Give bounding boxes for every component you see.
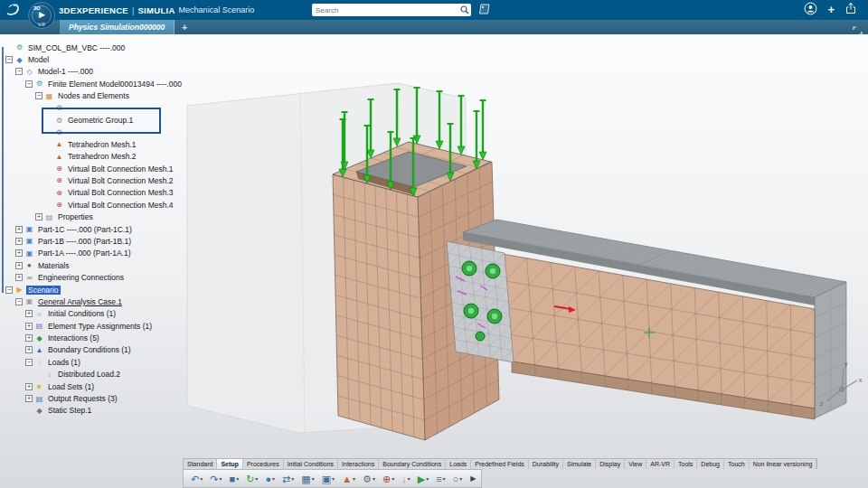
- tree-item-interactions-5[interactable]: +◆Interactions (5): [0, 332, 215, 343]
- tree-item-loads-1[interactable]: −↓Loads (1): [0, 356, 215, 368]
- table-button[interactable]: ▦▾: [298, 474, 316, 484]
- ribbon-tab-interactions[interactable]: Interactions: [338, 459, 379, 469]
- plus-expander[interactable]: +: [15, 226, 23, 233]
- minus-expander[interactable]: −: [25, 80, 33, 88]
- tree-item-static-step-1[interactable]: ◆Static Step.1: [0, 405, 215, 417]
- dropdown-chevron-icon[interactable]: ▾: [408, 475, 410, 482]
- tree-item-initial-conditions-1[interactable]: +○Initial Conditions (1): [0, 308, 215, 320]
- connections-button[interactable]: ⊕▾: [380, 474, 397, 484]
- tree-item-model-1-000[interactable]: −◇Model-1 ----.000: [0, 66, 215, 78]
- tree-item-model[interactable]: −◆Model: [0, 53, 215, 65]
- ribbon-tab-touch[interactable]: Touch: [724, 459, 750, 469]
- plus-expander[interactable]: +: [25, 346, 33, 353]
- dropdown-chevron-icon[interactable]: ▾: [219, 475, 222, 482]
- tree-item-general-analysis-case-1[interactable]: −▣General Analysis Case.1: [0, 296, 215, 307]
- ribbon-tab-predefined-fields[interactable]: Predefined Fields: [471, 459, 528, 469]
- view-button[interactable]: ○▾: [450, 474, 466, 484]
- share-icon[interactable]: [844, 2, 857, 18]
- tree-item-geometric-group-1[interactable]: ⚙Geometric Group.1: [0, 114, 215, 126]
- search-box[interactable]: [312, 4, 471, 16]
- dropdown-chevron-icon[interactable]: ▾: [272, 475, 275, 482]
- 3ds-logo-icon[interactable]: [5, 3, 23, 17]
- dropdown-chevron-icon[interactable]: ▾: [426, 475, 429, 482]
- ribbon-tab-tools[interactable]: Tools: [675, 459, 697, 469]
- plus-expander[interactable]: +: [25, 334, 33, 342]
- tab-physics-simulation[interactable]: Physics Simulation000000: [60, 20, 175, 34]
- tree-item[interactable]: ⚙: [0, 102, 215, 114]
- plus-expander[interactable]: +: [15, 262, 23, 269]
- tree-item-engineering-connections[interactable]: +∞Engineering Connections: [0, 271, 215, 283]
- dropdown-chevron-icon[interactable]: ▾: [353, 475, 355, 482]
- dropdown-chevron-icon[interactable]: ▾: [312, 475, 315, 482]
- simulate-button[interactable]: ▶▾: [415, 474, 431, 484]
- user-icon[interactable]: [804, 2, 817, 19]
- fields-button[interactable]: ≡▾: [433, 474, 448, 484]
- maximize-icon[interactable]: [853, 23, 863, 39]
- tree-item-virtual-bolt-connection-mesh-3[interactable]: ⊕Virtual Bolt Connection Mesh.3: [0, 187, 215, 199]
- redo-button[interactable]: ↷▾: [207, 474, 224, 484]
- tree-item-output-requests-3[interactable]: +▤Output Requests (3): [0, 392, 215, 404]
- refresh-button[interactable]: ↻▾: [243, 474, 260, 484]
- ribbon-tab-simulate[interactable]: Simulate: [563, 459, 596, 469]
- share-button[interactable]: ●▾: [262, 474, 278, 484]
- dropdown-chevron-icon[interactable]: ▾: [332, 475, 335, 482]
- tree-item-properties[interactable]: +▤Properties: [0, 211, 215, 222]
- ribbon-tab-loads[interactable]: Loads: [446, 459, 471, 469]
- dropdown-chevron-icon[interactable]: ▾: [291, 475, 294, 482]
- plus-expander[interactable]: +: [15, 274, 23, 281]
- tree-item-tetrahedron-mesh-2[interactable]: ▲Tetrahedron Mesh.2: [0, 151, 215, 163]
- tree-item-boundary-conditions-1[interactable]: +▲Boundary Conditions (1): [0, 344, 215, 356]
- minus-expander[interactable]: −: [5, 286, 13, 294]
- plus-expander[interactable]: +: [25, 323, 33, 330]
- add-content-icon[interactable]: +: [827, 4, 835, 16]
- plus-expander[interactable]: +: [25, 383, 33, 390]
- compass-play-icon[interactable]: ▶: [39, 10, 45, 19]
- properties-button[interactable]: ⚙▾: [360, 474, 378, 484]
- tree-item-part-1a-000-part-1a-1[interactable]: +▣Part-1A ----.000 (Part-1A.1): [0, 248, 215, 259]
- search-input[interactable]: [314, 5, 460, 15]
- toolbar-overflow-button[interactable]: ▶: [470, 474, 476, 483]
- ribbon-tab-durability[interactable]: Durability: [529, 459, 563, 469]
- save-button[interactable]: ■▾: [226, 474, 241, 484]
- tree-item-nodes-and-elements[interactable]: −▦Nodes and Elements: [0, 90, 215, 102]
- tree-item-element-type-assignments-1[interactable]: +▤Element Type Assignments (1): [0, 320, 215, 332]
- plus-expander[interactable]: +: [15, 249, 23, 257]
- dropdown-chevron-icon[interactable]: ▾: [255, 475, 258, 482]
- ribbon-tab-boundary-conditions[interactable]: Boundary Conditions: [379, 459, 446, 469]
- ribbon-tab-view[interactable]: View: [625, 459, 646, 469]
- minus-expander[interactable]: −: [25, 359, 33, 366]
- minus-expander[interactable]: −: [15, 68, 23, 75]
- ribbon-tab-standard[interactable]: Standard: [184, 459, 217, 469]
- tree-item-virtual-bolt-connection-mesh-4[interactable]: ⊕Virtual Bolt Connection Mesh.4: [0, 199, 215, 211]
- 3dexperience-compass[interactable]: 3D ▶ V.R: [28, 2, 55, 29]
- tree-item-materials[interactable]: +●Materials: [0, 259, 215, 271]
- tree-item-tetrahedron-mesh-1[interactable]: ▲Tetrahedron Mesh.1: [0, 138, 215, 150]
- tree-item-part-1b-000-part-1b-1[interactable]: +▣Part-1B ----.000 (Part-1B.1): [0, 235, 215, 247]
- tree-item-part-1c-000-part-1c-1[interactable]: +▣Part-1C ----.000 (Part-1C.1): [0, 223, 215, 235]
- minus-expander[interactable]: −: [35, 92, 42, 99]
- ribbon-tab-debug[interactable]: Debug: [697, 459, 724, 469]
- dropdown-chevron-icon[interactable]: ▾: [236, 475, 239, 482]
- tree-item-scenario[interactable]: −▶Scenario: [0, 284, 215, 296]
- tree-item-virtual-bolt-connection-mesh-1[interactable]: ⊕Virtual Bolt Connection Mesh.1: [0, 163, 215, 174]
- dropdown-chevron-icon[interactable]: ▾: [459, 475, 462, 482]
- plus-expander[interactable]: +: [25, 310, 33, 317]
- ribbon-tab-non-linear-versioning[interactable]: Non linear versioning: [750, 459, 817, 469]
- plus-expander[interactable]: +: [25, 395, 33, 402]
- ribbon-tab-display[interactable]: Display: [596, 459, 625, 469]
- minus-expander[interactable]: −: [5, 56, 13, 63]
- new-tab-button[interactable]: +: [182, 23, 187, 33]
- minus-expander[interactable]: −: [15, 298, 23, 305]
- tree-item-distributed-load-2[interactable]: ↓Distributed Load.2: [0, 369, 215, 380]
- dropdown-chevron-icon[interactable]: ▾: [373, 475, 375, 482]
- tree-item[interactable]: ⚙: [0, 127, 215, 138]
- ribbon-tab-initial-conditions[interactable]: Initial Conditions: [284, 459, 338, 469]
- tree-item-finite-element-model00013494-000[interactable]: −⚙Finite Element Model00013494 ----.000: [0, 78, 215, 89]
- dropdown-chevron-icon[interactable]: ▾: [200, 475, 203, 482]
- ribbon-tab-procedures[interactable]: Procedures: [243, 459, 284, 469]
- loads-button[interactable]: ↓▾: [399, 474, 413, 484]
- dropdown-chevron-icon[interactable]: ▾: [443, 475, 446, 482]
- tree-item-sim-col-bm-vbc-000[interactable]: ⚙SIM_COL_BM_VBC ----.000: [0, 42, 215, 53]
- ribbon-tab-setup[interactable]: Setup: [217, 459, 242, 469]
- group-button[interactable]: ▣▾: [319, 474, 337, 484]
